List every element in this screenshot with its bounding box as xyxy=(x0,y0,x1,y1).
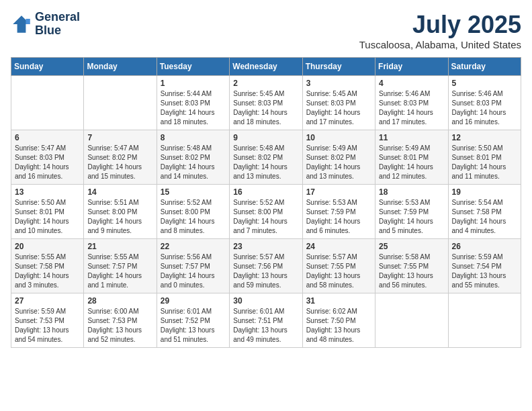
day-info: Sunrise: 5:44 AM Sunset: 8:03 PM Dayligh… xyxy=(161,89,226,127)
day-info: Sunrise: 5:52 AM Sunset: 8:00 PM Dayligh… xyxy=(161,198,226,236)
daylight-label: Daylight: 13 hours and 56 minutes. xyxy=(379,272,433,289)
calendar-week-row: 6 Sunrise: 5:47 AM Sunset: 8:03 PM Dayli… xyxy=(11,130,521,185)
day-number: 30 xyxy=(233,296,298,306)
day-info: Sunrise: 5:46 AM Sunset: 8:03 PM Dayligh… xyxy=(452,89,517,127)
sunrise-label: Sunrise: 5:50 AM xyxy=(452,144,503,152)
sunset-label: Sunset: 8:03 PM xyxy=(161,99,210,107)
sunrise-label: Sunrise: 5:45 AM xyxy=(233,90,284,97)
day-number: 4 xyxy=(379,79,444,88)
sunrise-label: Sunrise: 5:59 AM xyxy=(15,308,66,315)
day-info: Sunrise: 5:53 AM Sunset: 7:59 PM Dayligh… xyxy=(306,198,371,236)
sunset-label: Sunset: 8:03 PM xyxy=(306,99,356,107)
calendar-cell: 18 Sunrise: 5:53 AM Sunset: 7:59 PM Dayl… xyxy=(375,185,448,239)
sunrise-label: Sunrise: 5:50 AM xyxy=(15,199,66,206)
day-number: 6 xyxy=(15,133,80,142)
sunset-label: Sunset: 8:00 PM xyxy=(233,208,283,216)
calendar-cell: 11 Sunrise: 5:49 AM Sunset: 8:01 PM Dayl… xyxy=(375,130,448,185)
daylight-label: Daylight: 13 hours and 54 minutes. xyxy=(15,326,69,343)
day-number: 24 xyxy=(306,242,371,251)
sunset-label: Sunset: 7:54 PM xyxy=(452,263,502,270)
sunrise-label: Sunrise: 5:56 AM xyxy=(161,253,212,261)
day-info: Sunrise: 5:58 AM Sunset: 7:55 PM Dayligh… xyxy=(379,253,444,290)
sunset-label: Sunset: 8:02 PM xyxy=(233,154,283,161)
daylight-label: Daylight: 13 hours and 52 minutes. xyxy=(87,326,142,343)
calendar-cell xyxy=(84,76,157,130)
day-info: Sunrise: 6:02 AM Sunset: 7:50 PM Dayligh… xyxy=(306,307,371,345)
day-number: 7 xyxy=(87,133,152,142)
svg-marker-2 xyxy=(26,19,30,24)
daylight-label: Daylight: 14 hours and 16 minutes. xyxy=(15,163,69,180)
sunset-label: Sunset: 7:56 PM xyxy=(233,263,283,270)
sunset-label: Sunset: 7:52 PM xyxy=(161,317,210,324)
sunrise-label: Sunrise: 5:58 AM xyxy=(379,253,430,261)
calendar-cell: 25 Sunrise: 5:58 AM Sunset: 7:55 PM Dayl… xyxy=(375,239,448,293)
day-info: Sunrise: 5:49 AM Sunset: 8:01 PM Dayligh… xyxy=(379,144,444,181)
sunset-label: Sunset: 8:02 PM xyxy=(161,154,210,161)
day-number: 2 xyxy=(233,79,298,88)
sunrise-label: Sunrise: 5:44 AM xyxy=(161,90,212,97)
day-number: 15 xyxy=(161,187,226,197)
calendar-cell: 17 Sunrise: 5:53 AM Sunset: 7:59 PM Dayl… xyxy=(302,185,375,239)
sunrise-label: Sunrise: 5:55 AM xyxy=(15,253,66,261)
calendar-week-row: 13 Sunrise: 5:50 AM Sunset: 8:01 PM Dayl… xyxy=(11,185,521,239)
calendar-cell: 9 Sunrise: 5:48 AM Sunset: 8:02 PM Dayli… xyxy=(230,130,302,185)
daylight-label: Daylight: 14 hours and 7 minutes. xyxy=(233,218,287,234)
daylight-label: Daylight: 14 hours and 14 minutes. xyxy=(161,163,215,180)
sunset-label: Sunset: 7:57 PM xyxy=(87,263,137,270)
sunrise-label: Sunrise: 5:57 AM xyxy=(233,253,284,261)
sunrise-label: Sunrise: 5:59 AM xyxy=(452,253,503,261)
day-info: Sunrise: 5:45 AM Sunset: 8:03 PM Dayligh… xyxy=(306,89,371,127)
day-number: 3 xyxy=(306,79,371,88)
day-info: Sunrise: 5:48 AM Sunset: 8:02 PM Dayligh… xyxy=(161,144,226,181)
calendar-cell: 13 Sunrise: 5:50 AM Sunset: 8:01 PM Dayl… xyxy=(11,185,84,239)
day-number: 1 xyxy=(161,79,226,88)
sunset-label: Sunset: 8:01 PM xyxy=(379,154,429,161)
calendar-week-row: 27 Sunrise: 5:59 AM Sunset: 7:53 PM Dayl… xyxy=(11,293,521,348)
sunset-label: Sunset: 8:02 PM xyxy=(306,154,356,161)
day-number: 14 xyxy=(87,187,152,197)
calendar-cell: 31 Sunrise: 6:02 AM Sunset: 7:50 PM Dayl… xyxy=(302,293,375,348)
calendar-week-row: 1 Sunrise: 5:44 AM Sunset: 8:03 PM Dayli… xyxy=(11,76,521,130)
calendar-cell: 23 Sunrise: 5:57 AM Sunset: 7:56 PM Dayl… xyxy=(230,239,302,293)
daylight-label: Daylight: 14 hours and 17 minutes. xyxy=(379,109,433,126)
day-number: 27 xyxy=(15,296,80,306)
sunset-label: Sunset: 7:51 PM xyxy=(233,317,283,324)
daylight-label: Daylight: 14 hours and 18 minutes. xyxy=(161,109,215,126)
day-number: 21 xyxy=(87,242,152,251)
daylight-label: Daylight: 14 hours and 4 minutes. xyxy=(452,218,506,234)
calendar-cell: 6 Sunrise: 5:47 AM Sunset: 8:03 PM Dayli… xyxy=(11,130,84,185)
calendar-table: SundayMondayTuesdayWednesdayThursdayFrid… xyxy=(11,57,521,348)
day-info: Sunrise: 5:53 AM Sunset: 7:59 PM Dayligh… xyxy=(379,198,444,236)
day-number: 12 xyxy=(452,133,517,142)
day-number: 8 xyxy=(161,133,226,142)
sunrise-label: Sunrise: 5:49 AM xyxy=(306,144,357,152)
logo: General Blue xyxy=(11,11,80,38)
daylight-label: Daylight: 14 hours and 13 minutes. xyxy=(233,163,287,180)
day-info: Sunrise: 5:51 AM Sunset: 8:00 PM Dayligh… xyxy=(87,198,152,236)
day-info: Sunrise: 6:01 AM Sunset: 7:52 PM Dayligh… xyxy=(161,307,226,345)
day-info: Sunrise: 5:57 AM Sunset: 7:55 PM Dayligh… xyxy=(306,253,371,290)
weekday-header-sunday: Sunday xyxy=(11,58,84,76)
sunset-label: Sunset: 8:01 PM xyxy=(452,154,502,161)
sunrise-label: Sunrise: 6:02 AM xyxy=(306,308,357,315)
sunset-label: Sunset: 8:01 PM xyxy=(15,208,64,216)
sunrise-label: Sunrise: 5:53 AM xyxy=(306,199,357,206)
sunrise-label: Sunrise: 5:46 AM xyxy=(452,90,503,97)
title-block: July 2025 Tuscaloosa, Alabama, United St… xyxy=(359,11,521,50)
day-info: Sunrise: 5:52 AM Sunset: 8:00 PM Dayligh… xyxy=(233,198,298,236)
sunset-label: Sunset: 7:55 PM xyxy=(379,263,429,270)
day-info: Sunrise: 5:50 AM Sunset: 8:01 PM Dayligh… xyxy=(15,198,80,236)
daylight-label: Daylight: 14 hours and 8 minutes. xyxy=(161,218,215,234)
daylight-label: Daylight: 14 hours and 18 minutes. xyxy=(233,109,287,126)
calendar-cell: 8 Sunrise: 5:48 AM Sunset: 8:02 PM Dayli… xyxy=(157,130,229,185)
daylight-label: Daylight: 14 hours and 16 minutes. xyxy=(452,109,506,126)
calendar-cell: 29 Sunrise: 6:01 AM Sunset: 7:52 PM Dayl… xyxy=(157,293,229,348)
logo-line1: General xyxy=(35,11,80,24)
sunrise-label: Sunrise: 5:47 AM xyxy=(87,144,138,152)
weekday-header-monday: Monday xyxy=(84,58,157,76)
weekday-header-friday: Friday xyxy=(375,58,448,76)
calendar-cell: 10 Sunrise: 5:49 AM Sunset: 8:02 PM Dayl… xyxy=(302,130,375,185)
calendar-cell: 28 Sunrise: 6:00 AM Sunset: 7:53 PM Dayl… xyxy=(84,293,157,348)
daylight-label: Daylight: 14 hours and 12 minutes. xyxy=(379,163,433,180)
day-info: Sunrise: 6:01 AM Sunset: 7:51 PM Dayligh… xyxy=(233,307,298,345)
